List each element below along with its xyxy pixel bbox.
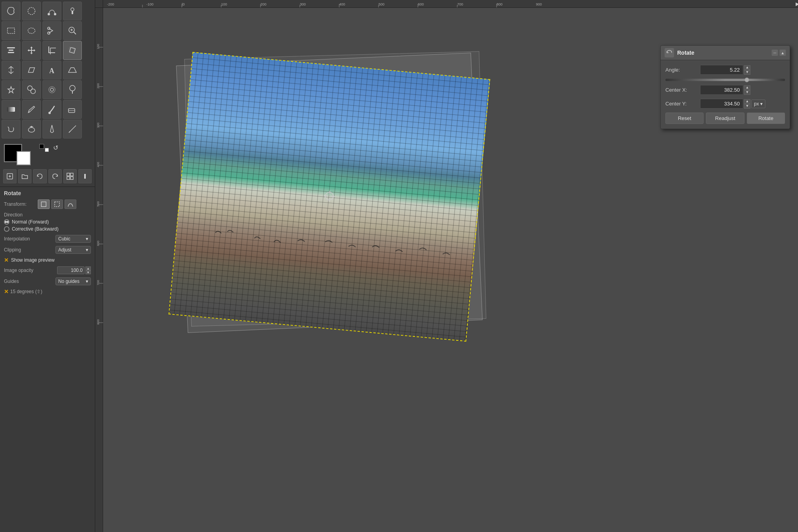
image-opacity-row: Image opacity 100.0 ▲ ▼ — [4, 266, 91, 274]
svg-text:200: 200 — [260, 2, 266, 6]
angle-slider[interactable] — [665, 79, 785, 81]
swap-colors[interactable] — [45, 148, 49, 152]
angle-down-btn[interactable]: ▼ — [744, 70, 750, 75]
reset-colors[interactable] — [39, 144, 44, 149]
svg-text:-200: -200 — [107, 2, 114, 6]
direction-normal-label: Normal (Forward) — [12, 219, 49, 225]
new-image-btn[interactable] — [3, 169, 17, 183]
tool-grid: A — [0, 0, 95, 140]
image-opacity-up-btn[interactable]: ▲ — [85, 266, 91, 270]
dialog-triangle-btn[interactable]: ▲ — [780, 50, 786, 56]
svg-rect-43 — [55, 202, 59, 207]
tool-flip[interactable] — [2, 61, 20, 79]
svg-point-27 — [48, 112, 51, 114]
undo-btn[interactable] — [33, 169, 46, 183]
svg-rect-16 — [70, 48, 76, 54]
rotate-button[interactable]: Rotate — [747, 113, 785, 124]
dialog-titlebar: Rotate ─ ▲ — [661, 46, 790, 60]
bottom-mini-toolbar — [0, 168, 95, 185]
transform-layer-btn[interactable] — [38, 200, 50, 209]
tool-airbrush[interactable] — [22, 120, 41, 139]
center-x-input[interactable] — [700, 85, 743, 95]
direction-corrective-row[interactable]: Corrective (Backward) — [4, 226, 91, 232]
angle-slider-thumb[interactable] — [744, 78, 749, 82]
ruler-top-svg: -200 -100 |0 100 200 300 400 500 600 700… — [103, 0, 798, 7]
transform-path-btn[interactable] — [65, 200, 76, 209]
unit-select[interactable]: px ▾ — [751, 100, 765, 108]
svg-rect-25 — [7, 107, 15, 112]
tool-free-select[interactable] — [2, 2, 20, 20]
tool-options-title: Rotate — [4, 190, 91, 196]
tool-perspective[interactable] — [63, 61, 82, 79]
tool-measure[interactable] — [63, 120, 82, 139]
constrain-checkbox-icon[interactable]: ✕ — [4, 288, 9, 295]
tool-rect-select[interactable] — [2, 21, 20, 40]
image-opacity-input[interactable]: 100.0 — [57, 266, 85, 274]
canvas-content[interactable]: Rotate ─ ▲ Angle: ▲ ▼ — [103, 8, 798, 532]
tool-transform[interactable] — [63, 41, 82, 60]
center-x-down-btn[interactable]: ▼ — [744, 90, 750, 95]
swap-arrow[interactable]: ↺ — [53, 144, 58, 151]
tool-clone[interactable] — [22, 80, 41, 99]
angle-input-group: ▲ ▼ — [700, 65, 785, 75]
background-color[interactable] — [17, 151, 31, 165]
dialog-minimize-btn[interactable]: ─ — [772, 50, 778, 56]
tool-blur[interactable] — [42, 80, 61, 99]
show-preview-row[interactable]: ✕ Show image preview — [4, 257, 91, 263]
clipping-arrow-icon: ▾ — [86, 247, 88, 253]
center-y-up-btn[interactable]: ▲ — [744, 99, 750, 104]
canvas-area[interactable]: -200 -100 |0 100 200 300 400 500 600 700… — [95, 0, 798, 532]
guides-select[interactable]: No guides ▾ — [55, 277, 91, 285]
center-y-down-btn[interactable]: ▼ — [744, 104, 750, 109]
grid-btn[interactable] — [63, 169, 77, 183]
tool-shear[interactable] — [22, 61, 41, 79]
svg-line-10 — [74, 32, 76, 34]
dialog-window-controls: ─ ▲ — [772, 50, 786, 56]
tool-text[interactable]: A — [42, 61, 61, 79]
svg-text:|0: |0 — [182, 2, 185, 6]
tool-pencil[interactable] — [22, 100, 41, 119]
direction-normal-row[interactable]: Normal (Forward) — [4, 219, 91, 225]
open-image-btn[interactable] — [18, 169, 31, 183]
svg-point-3 — [71, 8, 74, 11]
guides-value: No guides — [58, 279, 79, 284]
tool-brush[interactable] — [42, 100, 61, 119]
center-y-input[interactable] — [700, 99, 743, 109]
tool-crop[interactable] — [42, 41, 61, 60]
tool-dodge[interactable] — [63, 80, 82, 99]
tool-paths[interactable] — [42, 2, 61, 20]
collapse-panel-btn[interactable] — [78, 169, 92, 183]
image-opacity-down-btn[interactable]: ▼ — [85, 270, 91, 274]
svg-point-20 — [31, 89, 35, 94]
direction-normal-radio[interactable] — [4, 219, 9, 225]
constrain-degrees-row: ✕ 15 degrees (⇧) — [4, 288, 91, 295]
show-preview-checkbox-icon[interactable]: ✕ — [4, 257, 9, 263]
tool-heal[interactable] — [2, 80, 20, 99]
center-x-up-btn[interactable]: ▲ — [744, 85, 750, 90]
svg-text:900: 900 — [536, 2, 542, 6]
redo-btn[interactable] — [48, 169, 62, 183]
tool-zoom[interactable] — [63, 21, 82, 40]
clipping-select[interactable]: Adjust ▾ — [55, 246, 91, 254]
angle-input[interactable] — [700, 65, 743, 75]
tool-move[interactable] — [22, 41, 41, 60]
transform-selection-btn[interactable] — [51, 200, 63, 209]
tool-ink[interactable] — [42, 120, 61, 139]
tool-gradient[interactable] — [2, 100, 20, 119]
readjust-button[interactable]: Readjust — [706, 113, 744, 124]
tool-smudge[interactable] — [2, 120, 20, 139]
center-x-label: Center X: — [665, 87, 697, 93]
tool-align[interactable] — [2, 41, 20, 60]
direction-corrective-radio[interactable] — [4, 226, 9, 232]
interpolation-select[interactable]: Cubic ▾ — [55, 235, 91, 243]
reset-button[interactable]: Reset — [665, 113, 704, 124]
clipping-label: Clipping — [4, 247, 35, 253]
tool-lasso[interactable] — [22, 2, 41, 20]
tool-color-picker[interactable] — [63, 2, 82, 20]
angle-up-btn[interactable]: ▲ — [744, 65, 750, 70]
tool-scissor[interactable] — [42, 21, 61, 40]
tool-eraser[interactable] — [63, 100, 82, 119]
guides-row: Guides No guides ▾ — [4, 277, 91, 285]
tool-ellipse-select[interactable] — [22, 21, 41, 40]
interpolation-row: Interpolation Cubic ▾ — [4, 235, 91, 243]
